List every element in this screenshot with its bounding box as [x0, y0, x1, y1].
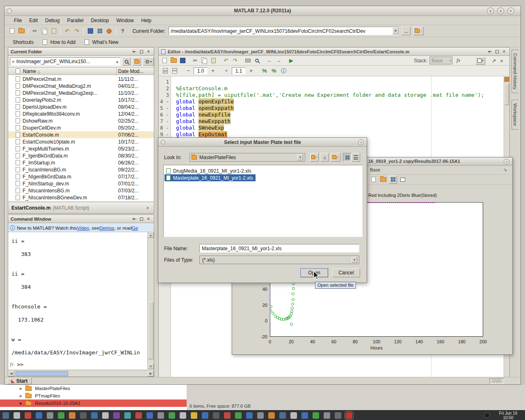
files-of-type-combo[interactable]: (*.xls) ▼: [199, 256, 359, 264]
file-row[interactable]: EstartConsole10plate.m10/17/2...: [8, 138, 154, 145]
redo-button[interactable]: ↷: [231, 57, 239, 65]
maximize-panel-icon[interactable]: [140, 217, 143, 221]
file-row[interactable]: EstartConsole.m07/06/2...: [8, 131, 154, 138]
tab-command-history[interactable]: Command History: [511, 50, 518, 93]
menu-desktop[interactable]: Desktop: [87, 16, 112, 25]
fm-folder-row[interactable]: ▶Results2016-10-25A1: [0, 399, 187, 407]
expand-triangle-icon[interactable]: ▶: [20, 394, 22, 398]
scroll-up-arrow[interactable]: ▲: [148, 232, 154, 238]
close-editor-icon[interactable]: ×: [498, 57, 505, 65]
code-line[interactable]: global openExpfile: [176, 98, 504, 105]
cut-button[interactable]: ✂: [191, 57, 199, 65]
evaluate-cell-icon[interactable]: %: [270, 67, 278, 75]
current-folder-header[interactable]: Current Folder ⇤ ×: [8, 48, 154, 56]
console-output-area[interactable]: ii = 383 ii = 384 fhconsole = 173.1062 w…: [8, 232, 147, 369]
close-panel-icon[interactable]: ×: [501, 49, 507, 54]
look-in-dropdown-arrow[interactable]: ▼: [297, 154, 303, 160]
command-window-header[interactable]: Command Window ⇤ ×: [8, 215, 154, 223]
scroll-left-arrow[interactable]: ◀: [8, 371, 14, 377]
print-button[interactable]: [244, 57, 252, 65]
code-line[interactable]: %[file,path] = uiputfile('.mat','Create …: [176, 92, 504, 98]
multiply-value-button[interactable]: ×: [247, 67, 255, 75]
taskbar-icon[interactable]: [102, 412, 109, 419]
taskbar-icon[interactable]: [202, 412, 208, 419]
taskbar-icon[interactable]: [246, 412, 253, 419]
layout-button[interactable]: ▾: [475, 57, 485, 65]
taskbar-icon[interactable]: [124, 412, 131, 419]
redo-button[interactable]: ↷: [73, 27, 81, 35]
fm-folder-row[interactable]: ▶PTmapFiles: [0, 392, 187, 399]
file-row[interactable]: F_NIscanIntensBGnewDev.m07/18/2...: [8, 194, 154, 201]
code-line[interactable]: global SWnewExp: [176, 125, 504, 131]
subplot-grid-icon[interactable]: [389, 176, 397, 184]
undo-button[interactable]: ↶: [222, 57, 230, 65]
figure-stack-value[interactable]: Base: [370, 167, 380, 172]
file-row[interactable]: DoverlayPlots2.m10/17/2...: [8, 96, 154, 103]
new-figure-icon[interactable]: [369, 176, 377, 184]
paste-button[interactable]: [209, 57, 217, 65]
new-document-button[interactable]: [160, 57, 169, 65]
open-document-button[interactable]: [169, 57, 178, 65]
collapse-details-icon[interactable]: ∧: [145, 205, 151, 210]
insert-cell-icon[interactable]: [161, 67, 169, 75]
command-prompt[interactable]: >>: [17, 361, 23, 368]
editor-header[interactable]: Editor - /media/data/EASY/InovImager_jwr…: [159, 48, 509, 56]
info-icon[interactable]: i: [279, 67, 288, 75]
menu-edit[interactable]: Edit: [25, 16, 41, 25]
file-row[interactable]: DMPexcel2mat.m11/11/2...: [8, 75, 154, 82]
taskbar-icon[interactable]: [14, 412, 20, 419]
file-row[interactable]: DshowRaw.m02/25/2...: [8, 117, 154, 124]
menu-help[interactable]: Help: [137, 16, 155, 25]
file-row[interactable]: F_NIscanIntensBG.m07/03/2...: [8, 187, 154, 194]
taskbar-icon[interactable]: [346, 412, 352, 419]
taskbar-icon[interactable]: [146, 412, 153, 419]
demos-link[interactable]: Demos: [99, 226, 114, 231]
create-new-folder-button[interactable]: *: [331, 153, 340, 162]
divide-value-button[interactable]: ÷: [222, 67, 231, 75]
file-name-field[interactable]: Masterplate_16_0921_MI_yor1-2.xls: [199, 244, 359, 253]
taskbar-icon[interactable]: [213, 412, 219, 419]
taskbar-icon[interactable]: [47, 412, 53, 419]
simulink-button[interactable]: [86, 27, 94, 35]
increase-value-button[interactable]: +: [209, 67, 217, 75]
guide-button[interactable]: [96, 27, 104, 35]
undock-icon[interactable]: ↗: [491, 57, 497, 65]
dialog-file-row[interactable]: DrugMedia_16_0921_MI_yor1-2.xls: [164, 167, 254, 174]
file-row[interactable]: DReplicate96to384conv.m12/04/2...: [8, 110, 154, 117]
fm-folder-row[interactable]: ▶MasterPlateFiles: [0, 385, 187, 392]
taskbar-icon[interactable]: [135, 412, 142, 419]
run-button[interactable]: ▶: [287, 57, 295, 65]
code-line[interactable]: [176, 79, 504, 85]
back-button[interactable]: ←: [265, 57, 274, 65]
decrease-value-button[interactable]: −: [184, 67, 192, 75]
current-folder-path-combo[interactable]: /media/data/EASY/InovImager_jwrCF_WINLin…: [169, 27, 399, 35]
close-button[interactable]: ×: [507, 7, 514, 14]
maximize-panel-icon[interactable]: [495, 50, 499, 53]
help-button[interactable]: ?: [119, 27, 127, 35]
name-column-header[interactable]: Name △: [23, 68, 40, 74]
file-row[interactable]: DsuperCellDev.m05/20/2...: [8, 124, 154, 131]
file-row[interactable]: F_NImStartup_dev.m07/01/2...: [8, 180, 154, 187]
taskbar-icon[interactable]: [36, 412, 42, 419]
taskbar-icon[interactable]: [69, 412, 75, 419]
close-panel-icon[interactable]: ×: [146, 217, 151, 221]
dock-left-icon[interactable]: ⇤: [132, 49, 137, 54]
file-row[interactable]: DpertsUploadDev.m08/04/2...: [8, 103, 154, 110]
taskbar-icon[interactable]: [324, 412, 330, 419]
scroll-down-arrow[interactable]: ▼: [148, 363, 154, 369]
code-line[interactable]: global newExppath: [176, 118, 504, 125]
dock-left-icon[interactable]: ⇤: [132, 217, 137, 221]
taskbar-icon[interactable]: [235, 412, 242, 419]
code-line[interactable]: global newExpfile: [176, 112, 504, 118]
taskbar-icon[interactable]: [113, 412, 120, 419]
taskbar-icon[interactable]: [80, 412, 87, 419]
file-row[interactable]: DMPexcel2mat_MediaDrug2exp...11/10/2...: [8, 89, 154, 96]
getting-started-link[interactable]: Ge: [132, 226, 138, 231]
save-button[interactable]: [178, 57, 187, 65]
find-button[interactable]: [253, 57, 261, 65]
dialog-file-list[interactable]: DrugMedia_16_0921_MI_yor1-2.xlsMasterpla…: [163, 165, 363, 237]
stack-combo[interactable]: Base▾: [429, 57, 452, 64]
taskbar-icon[interactable]: [279, 412, 286, 419]
dock-left-icon[interactable]: ⇤: [487, 49, 493, 54]
close-panel-icon[interactable]: ×: [146, 49, 151, 54]
